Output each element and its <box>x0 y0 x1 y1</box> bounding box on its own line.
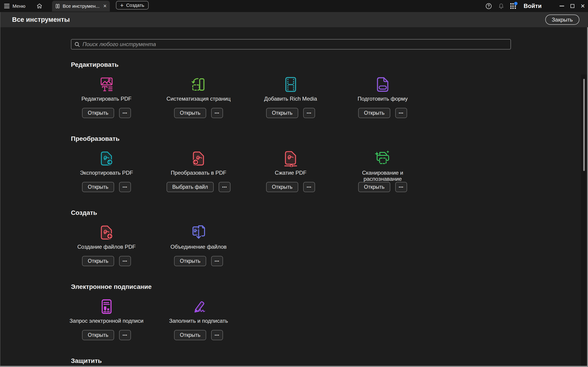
tool-section: Защитить <box>71 357 588 367</box>
tool-more-button[interactable]: ••• <box>303 182 315 192</box>
tool-icon <box>190 150 207 167</box>
close-window-button[interactable]: ✕ <box>578 0 588 12</box>
section-title: Редактировать <box>71 61 588 69</box>
tool-primary-button[interactable]: Открыть <box>82 256 114 266</box>
tool-more-button[interactable]: ••• <box>119 108 131 118</box>
request-esign-icon <box>98 298 115 315</box>
titlebar-right: Войти ✕ <box>485 0 588 12</box>
tool-label: Заполнить и подписать <box>169 318 228 330</box>
tool-primary-button[interactable]: Открыть <box>82 108 114 118</box>
tool-card: Редактировать PDF Открыть ••• <box>60 76 153 118</box>
menu-button[interactable]: Меню <box>4 3 26 9</box>
tool-icon <box>282 150 299 167</box>
create-pdf-icon <box>98 224 115 241</box>
tool-more-button[interactable]: ••• <box>211 256 223 266</box>
convert-pdf-icon <box>190 150 207 167</box>
tool-primary-button[interactable]: Открыть <box>174 330 206 340</box>
create-button[interactable]: + Создать <box>116 1 149 9</box>
search-icon <box>74 41 80 48</box>
tool-icon <box>98 298 115 315</box>
search-input[interactable] <box>83 41 508 48</box>
tool-primary-button[interactable]: Открыть <box>358 182 390 192</box>
tool-more-button[interactable]: ••• <box>119 330 131 340</box>
tool-more-button[interactable]: ••• <box>395 182 407 192</box>
maximize-button[interactable] <box>567 0 578 12</box>
tool-label: Запрос электронной подписи <box>69 318 144 330</box>
tool-icon <box>374 76 392 93</box>
tool-buttons: Открыть ••• <box>358 108 407 118</box>
close-tools-button[interactable]: Закрыть <box>545 15 579 25</box>
tool-card: Преобразовать в PDF Выбрать файл ••• <box>153 150 245 192</box>
tool-card: Сжатие PDF Открыть ••• <box>245 150 337 192</box>
tool-section: Электронное подписание Запрос электронно… <box>71 283 588 340</box>
tool-label: Подготовить форму <box>358 96 408 108</box>
tool-primary-button[interactable]: Открыть <box>266 182 298 192</box>
tool-label: Добавить Rich Media <box>264 96 317 108</box>
minimize-button[interactable] <box>557 0 567 12</box>
all-tools-content: Редактировать Редактировать PDF Открыть … <box>0 27 588 367</box>
scan-ocr-icon <box>374 150 392 167</box>
combine-files-icon <box>190 224 207 241</box>
tool-buttons: Открыть ••• <box>82 182 131 192</box>
all-tools-header: Все инструменты Закрыть <box>0 12 588 27</box>
compress-pdf-icon <box>282 150 299 167</box>
tool-card: Создание файлов PDF Открыть ••• <box>60 224 153 266</box>
create-label: Создать <box>126 2 144 8</box>
tool-more-button[interactable]: ••• <box>119 182 131 192</box>
rich-media-icon <box>282 76 299 93</box>
tool-buttons: Открыть ••• <box>174 256 223 266</box>
tool-primary-button[interactable]: Выбрать файл <box>167 182 214 192</box>
tool-more-button[interactable]: ••• <box>303 108 315 118</box>
tool-buttons: Открыть ••• <box>358 182 407 192</box>
notification-dot <box>514 2 518 5</box>
tool-primary-button[interactable]: Открыть <box>174 108 206 118</box>
tool-primary-button[interactable]: Открыть <box>82 182 114 192</box>
tool-buttons: Выбрать файл ••• <box>167 182 230 192</box>
scrollbar-thumb[interactable] <box>583 79 585 171</box>
sign-in-button[interactable]: Войти <box>524 2 542 9</box>
tool-more-button[interactable]: ••• <box>395 108 407 118</box>
home-icon <box>36 3 43 9</box>
tool-grid: Экспортировать PDF Открыть ••• Преобразо… <box>60 150 588 192</box>
scrollbar-track[interactable] <box>581 75 587 366</box>
tool-card: Подготовить форму Открыть ••• <box>337 76 429 118</box>
all-tools-tab[interactable]: Все инструмен... ✕ <box>52 1 110 12</box>
window-edge-bottom <box>0 366 588 367</box>
tool-primary-button[interactable]: Открыть <box>174 256 206 266</box>
section-title: Защитить <box>71 357 588 365</box>
help-icon <box>485 3 492 9</box>
tool-icon <box>190 76 207 93</box>
tool-grid: Создание файлов PDF Открыть ••• Объедине… <box>60 224 588 266</box>
home-button[interactable] <box>36 3 43 9</box>
tool-icon <box>190 298 207 315</box>
tool-section: Преобразовать Экспортировать PDF Открыть… <box>71 135 588 192</box>
tool-more-button[interactable]: ••• <box>219 182 230 192</box>
acrobat-window: Меню Все инструмен... ✕ + Создать <box>0 0 588 367</box>
tool-primary-button[interactable]: Открыть <box>266 108 298 118</box>
tab-close-button[interactable]: ✕ <box>103 3 107 9</box>
plus-icon: + <box>120 3 124 8</box>
tool-card: Объединение файлов Открыть ••• <box>153 224 245 266</box>
tool-more-button[interactable]: ••• <box>211 108 223 118</box>
tool-more-button[interactable]: ••• <box>119 256 131 266</box>
tool-card: Запрос электронной подписи Открыть ••• <box>60 298 153 340</box>
all-tools-tab-icon <box>55 3 60 9</box>
section-title: Создать <box>71 209 588 217</box>
tool-primary-button[interactable]: Открыть <box>82 330 114 340</box>
tool-buttons: Открыть ••• <box>82 108 131 118</box>
apps-grid-button[interactable] <box>510 3 516 9</box>
tool-icon <box>190 224 207 241</box>
help-button[interactable] <box>485 3 492 9</box>
tool-primary-button[interactable]: Открыть <box>358 108 390 118</box>
window-titlebar: Меню Все инструмен... ✕ + Создать <box>0 0 588 12</box>
tool-card: Экспортировать PDF Открыть ••• <box>60 150 153 192</box>
prepare-form-icon <box>374 76 392 93</box>
tool-more-button[interactable]: ••• <box>211 330 223 340</box>
search-box[interactable] <box>71 39 511 50</box>
tool-buttons: Открыть ••• <box>174 330 223 340</box>
page-title: Все инструменты <box>12 16 70 23</box>
tool-icon <box>282 76 299 93</box>
tool-label: Редактировать PDF <box>81 96 131 108</box>
notifications-button[interactable] <box>498 3 504 9</box>
tool-grid: Запрос электронной подписи Открыть ••• З… <box>60 298 588 340</box>
